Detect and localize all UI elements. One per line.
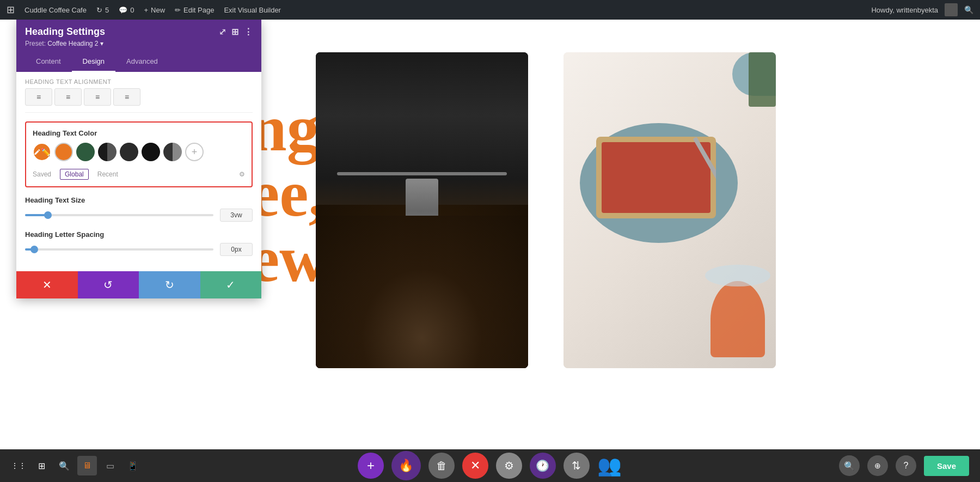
layout-icon[interactable]: ⊞	[231, 27, 238, 37]
more-icon[interactable]: ⋮	[244, 27, 253, 37]
color-swatch-dark[interactable]	[120, 143, 138, 161]
settings-panel: Heading Settings ⤢ ⊞ ⋮ Preset: Coffee He…	[16, 20, 261, 298]
letter-spacing-value[interactable]	[220, 243, 253, 256]
main-content: ngee,ew.	[0, 20, 980, 482]
letter-spacing-label: Heading Letter Spacing	[25, 230, 253, 239]
align-right-btn[interactable]: ≡	[84, 88, 111, 106]
toolbar-layout-button[interactable]: ⇅	[564, 453, 590, 479]
panel-preset: Preset: Coffee Heading 2 ▾	[25, 40, 253, 47]
save-check-button[interactable]: ✓	[200, 271, 262, 298]
panel-title-text: Heading Settings	[25, 26, 105, 38]
tab-content[interactable]: Content	[25, 52, 72, 72]
admin-bar: ⊞ Cuddle Coffee Cafe ↻ 5 💬 0 + New ✏ Edi…	[0, 0, 980, 20]
preset-label: Preset:	[25, 40, 47, 47]
preset-link[interactable]: Coffee Heading 2 ▾	[47, 40, 103, 47]
toolbar-divi-logo[interactable]: 🔥	[391, 451, 421, 480]
toolbar-users-icon[interactable]: 👥	[597, 454, 622, 477]
toolbar-hamburger-icon[interactable]: ⋮⋮	[9, 456, 28, 475]
search-icon[interactable]: 🔍	[964, 5, 973, 14]
coffee-image	[316, 52, 528, 368]
align-left-btn[interactable]: ≡	[25, 88, 52, 106]
align-justify-btn[interactable]: ≡	[113, 88, 140, 106]
toolbar-history-button[interactable]: 🕐	[530, 453, 556, 479]
alignment-buttons: ≡ ≡ ≡ ≡	[25, 88, 253, 106]
edit-page-item[interactable]: ✏ Edit Page	[175, 6, 214, 14]
color-tab-global[interactable]: Global	[60, 169, 89, 180]
text-size-label: Heading Text Size	[25, 196, 253, 204]
color-swatch-darkgreen[interactable]	[76, 143, 95, 161]
redo-button[interactable]: ↻	[139, 271, 200, 298]
align-center-btn[interactable]: ≡	[54, 88, 82, 106]
toolbar-close-button[interactable]: ✕	[462, 453, 488, 479]
color-swatches: +	[33, 143, 245, 161]
exit-builder-item[interactable]: Exit Visual Builder	[224, 6, 281, 14]
alignment-section: Heading Text Alignment ≡ ≡ ≡ ≡	[25, 78, 253, 113]
toolbar-tablet-icon[interactable]: ▭	[100, 456, 120, 475]
color-swatch-half2[interactable]	[163, 143, 182, 161]
color-tabs: Saved Global Recent ⚙	[33, 167, 245, 180]
toolbar-desktop-icon[interactable]: 🖥	[77, 456, 97, 475]
color-settings-gear[interactable]: ⚙	[239, 170, 245, 178]
expand-icon[interactable]: ⤢	[219, 27, 226, 37]
letter-spacing-section: Heading Letter Spacing	[25, 230, 253, 256]
text-size-value[interactable]	[220, 209, 253, 222]
text-size-section: Heading Text Size	[25, 196, 253, 222]
panel-footer: ✕ ↺ ↻ ✓	[16, 271, 261, 298]
panel-title-icons: ⤢ ⊞ ⋮	[219, 27, 253, 37]
food-image	[564, 52, 776, 368]
color-tab-recent[interactable]: Recent	[97, 170, 118, 178]
undo-button[interactable]: ↺	[78, 271, 139, 298]
color-swatch-add[interactable]: +	[185, 143, 204, 161]
toolbar-add-button[interactable]: +	[358, 453, 384, 479]
toolbar-right: 🔍 ⊕ ? Save	[828, 455, 980, 476]
tab-design[interactable]: Design	[72, 52, 115, 72]
updates-item[interactable]: ↻ 5	[96, 6, 109, 14]
color-swatch-half1[interactable]	[98, 143, 117, 161]
color-section: Heading Text Color	[25, 121, 253, 187]
text-size-slider[interactable]	[25, 214, 213, 216]
site-name[interactable]: Cuddle Coffee Cafe	[24, 6, 87, 14]
toolbar-help-icon[interactable]: ?	[896, 455, 916, 476]
letter-spacing-slider[interactable]	[25, 248, 213, 251]
panel-body: Heading Text Alignment ≡ ≡ ≡ ≡ Heading T…	[16, 72, 261, 271]
color-section-title: Heading Text Color	[33, 129, 245, 137]
toolbar-left: ⋮⋮ ⊞ 🔍 🖥 ▭ 📱	[0, 456, 151, 475]
cancel-button[interactable]: ✕	[16, 271, 78, 298]
panel-header: Heading Settings ⤢ ⊞ ⋮ Preset: Coffee He…	[16, 20, 261, 52]
toolbar-center: + 🔥 🗑 ✕ ⚙ 🕐 ⇅ 👥	[151, 451, 828, 480]
save-button[interactable]: Save	[924, 456, 969, 476]
tab-advanced[interactable]: Advanced	[115, 52, 169, 72]
color-tab-saved[interactable]: Saved	[33, 170, 51, 178]
toolbar-search-right-icon[interactable]: 🔍	[839, 455, 860, 476]
wp-logo[interactable]: ⊞	[7, 4, 15, 16]
letter-spacing-slider-row	[25, 243, 253, 256]
panel-title-row: Heading Settings ⤢ ⊞ ⋮	[25, 26, 253, 38]
text-size-thumb[interactable]	[44, 211, 52, 219]
toolbar-grid-icon[interactable]: ⊞	[32, 456, 51, 475]
toolbar-mobile-icon[interactable]: 📱	[123, 456, 143, 475]
toolbar-trash-button[interactable]: 🗑	[428, 453, 455, 479]
toolbar-layers-icon[interactable]: ⊕	[867, 455, 888, 476]
toolbar-search-icon[interactable]: 🔍	[54, 456, 74, 475]
text-size-slider-row	[25, 209, 253, 222]
color-swatch-black[interactable]	[142, 143, 160, 161]
alignment-label: Heading Text Alignment	[25, 78, 253, 85]
comments-item[interactable]: 💬 0	[119, 6, 134, 14]
toolbar-settings-button[interactable]: ⚙	[496, 453, 522, 479]
user-avatar[interactable]	[945, 3, 958, 16]
admin-bar-right: Howdy, writtenbyekta 🔍	[871, 3, 973, 16]
panel-tabs: Content Design Advanced	[16, 52, 261, 72]
color-swatch-orange[interactable]	[54, 143, 73, 161]
new-item[interactable]: + New	[144, 6, 165, 14]
letter-spacing-thumb[interactable]	[30, 246, 38, 253]
bottom-toolbar: ⋮⋮ ⊞ 🔍 🖥 ▭ 📱 + 🔥 🗑 ✕ ⚙ 🕐 ⇅ 👥 🔍 ⊕ ? Save	[0, 449, 980, 482]
color-swatch-edit[interactable]	[33, 143, 51, 161]
